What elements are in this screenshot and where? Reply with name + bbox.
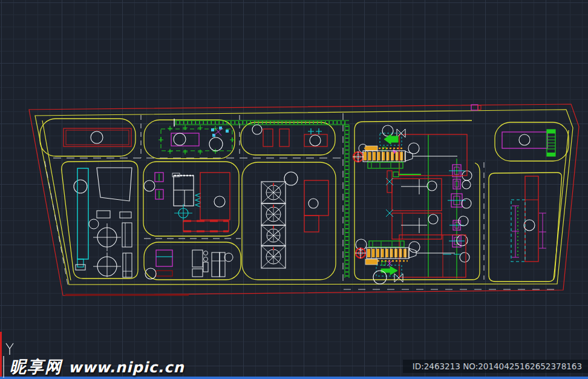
building-plan — [97, 168, 132, 201]
equipment-box — [156, 271, 172, 276]
loading-dock — [183, 221, 229, 231]
manhole — [382, 125, 393, 136]
manhole — [460, 252, 469, 262]
plot-1 — [40, 119, 136, 156]
truck-plan — [203, 262, 208, 272]
fan-spokes — [267, 250, 280, 263]
manhole — [214, 196, 225, 207]
watermark-site-name: 昵享网 — [10, 356, 62, 378]
red-building — [304, 216, 319, 232]
machine-base-frame — [368, 162, 403, 168]
flow-arrow — [381, 266, 397, 275]
manhole — [462, 180, 471, 189]
fan-spokes — [267, 229, 279, 242]
truck-plan — [220, 252, 225, 277]
truck-plan — [192, 269, 203, 277]
truck-wheel — [204, 257, 208, 262]
machine-nose — [405, 151, 413, 161]
manhole — [524, 220, 535, 231]
truck-plan — [192, 250, 203, 267]
equipment-box — [97, 211, 110, 218]
fan-spokes — [267, 186, 280, 199]
equipment-box — [263, 129, 273, 147]
equipment-box — [120, 212, 131, 218]
footer-id-text: ID:2463213 NO:20140425162652378163 — [413, 361, 582, 371]
manhole — [74, 180, 87, 193]
equipment-box — [123, 253, 132, 277]
preview-border-left — [0, 332, 2, 379]
equipment-box — [122, 223, 132, 247]
manhole — [224, 253, 233, 262]
frame-dividers — [371, 163, 399, 168]
marker-asterisk — [387, 260, 392, 267]
plot-4 — [495, 122, 569, 161]
cyan-structure-foot — [77, 259, 83, 267]
marker-box — [382, 262, 385, 265]
manhole — [373, 271, 387, 284]
manhole — [174, 133, 186, 145]
watermark: 昵享网 www.nipic.cn — [10, 356, 184, 378]
plot-6 — [62, 161, 138, 278]
footer-id-band: ID:2463213 NO:20140425162652378163 — [403, 360, 588, 373]
machine-nose — [409, 248, 416, 258]
manhole — [519, 134, 530, 145]
plot-3 — [241, 122, 335, 155]
manhole — [284, 172, 298, 185]
dashed-enclosure — [511, 200, 525, 262]
fan-spokes — [267, 208, 280, 221]
stair-landing — [547, 130, 555, 133]
watermark-site-url: www.nipic.cn — [68, 359, 184, 376]
equipment-box — [279, 129, 289, 147]
manhole — [252, 125, 262, 134]
red-building — [304, 180, 328, 216]
plot-2 — [144, 120, 235, 159]
cad-drawing — [0, 0, 588, 379]
frame-dividers — [373, 242, 400, 246]
manhole — [91, 131, 103, 143]
boundary-marker-red — [478, 105, 481, 110]
tall-building — [525, 176, 538, 262]
truck-wheel — [204, 251, 208, 255]
manhole — [89, 219, 99, 229]
truck-plan — [212, 252, 220, 277]
manhole — [309, 199, 318, 208]
equipment-box — [304, 134, 327, 147]
bowtie-symbol — [394, 274, 403, 282]
manhole — [409, 242, 420, 252]
screenshot-stage: 昵享网 www.nipic.cn ID:2463213 NO:201404251… — [0, 0, 588, 379]
building-2a — [392, 179, 442, 211]
grip-point — [211, 128, 214, 131]
aux-block — [365, 259, 377, 265]
service-box — [393, 172, 399, 177]
cyan-markers — [308, 128, 322, 134]
boundary-marker — [471, 105, 478, 110]
stair-treads — [547, 133, 555, 149]
grip-point — [226, 130, 229, 133]
ucs-y-label — [6, 343, 13, 355]
manhole — [408, 143, 419, 154]
manhole — [428, 214, 438, 224]
equipment-box — [156, 250, 172, 266]
manhole — [209, 137, 223, 151]
red-building — [200, 173, 230, 220]
manhole — [310, 135, 321, 146]
plot-9 — [242, 162, 336, 280]
fence-crosses — [158, 125, 235, 154]
stair-landing — [547, 153, 555, 156]
building-plan — [174, 176, 194, 206]
cyan-structure — [77, 168, 88, 259]
manhole — [462, 199, 471, 208]
manhole — [144, 180, 155, 191]
tank-outline-inner — [66, 130, 129, 145]
machine-base-frame — [369, 241, 404, 247]
